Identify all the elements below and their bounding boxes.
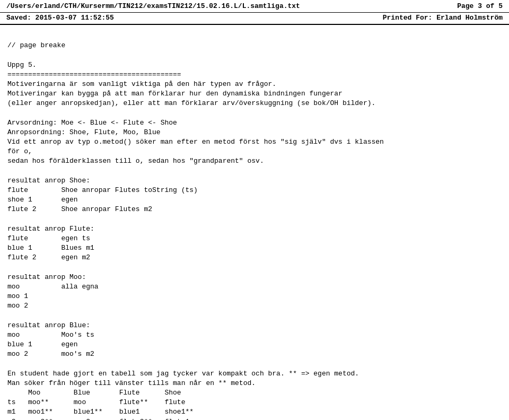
header-bar: /Users/erland/CTH/Kursermm/TIN212/examsT… xyxy=(0,0,509,25)
filepath: /Users/erland/CTH/Kursermm/TIN212/examsT… xyxy=(6,2,300,10)
saved-info: Saved: 2015-03-07 11:52:55 xyxy=(6,14,114,22)
document-content: // page breake Uppg 5. =================… xyxy=(0,25,509,420)
printed-for: Printed For: Erland Holmström xyxy=(383,14,503,22)
page-number: Page 3 of 5 xyxy=(457,2,503,10)
